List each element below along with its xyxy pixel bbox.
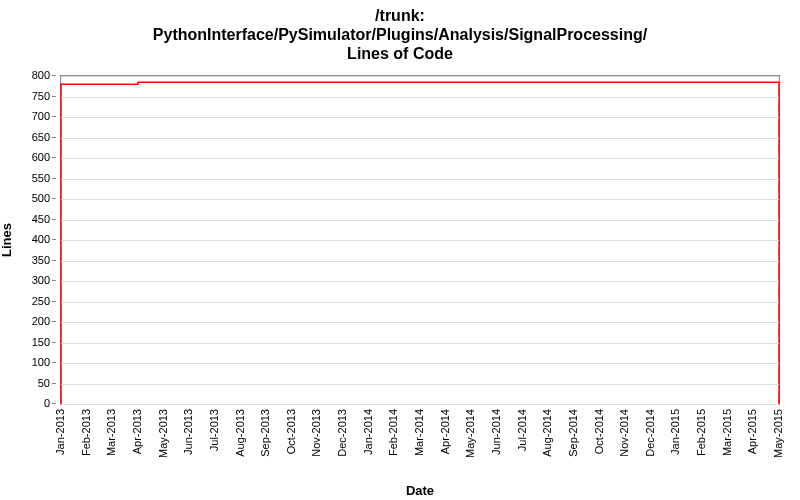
- x-axis-ticks: Jan-2013Feb-2013Mar-2013Apr-2013May-2013…: [60, 405, 780, 475]
- y-tick: 100: [32, 356, 50, 368]
- y-tick: 0: [44, 397, 50, 409]
- x-tick: Mar-2014: [413, 409, 425, 456]
- gridline: [61, 343, 779, 344]
- y-tick: 150: [32, 336, 50, 348]
- x-tick: Oct-2014: [593, 409, 605, 454]
- title-line-1: /trunk:: [0, 6, 800, 25]
- x-tick: Nov-2014: [618, 409, 630, 457]
- x-tick: May-2013: [157, 409, 169, 458]
- x-tick: Jan-2015: [669, 409, 681, 455]
- title-line-3: Lines of Code: [0, 44, 800, 63]
- x-tick: Oct-2013: [285, 409, 297, 454]
- x-tick: Dec-2014: [644, 409, 656, 457]
- x-tick: Feb-2013: [80, 409, 92, 456]
- y-tick: 350: [32, 254, 50, 266]
- title-line-2: PythonInterface/PySimulator/Plugins/Anal…: [0, 25, 800, 44]
- gridline: [61, 302, 779, 303]
- y-tick: 300: [32, 274, 50, 286]
- x-tick: Sep-2013: [259, 409, 271, 457]
- x-tick: Nov-2013: [310, 409, 322, 457]
- gridline: [61, 158, 779, 159]
- x-tick: Apr-2014: [439, 409, 451, 454]
- y-tick: 600: [32, 151, 50, 163]
- gridline: [61, 322, 779, 323]
- y-tick: 50: [38, 377, 50, 389]
- y-tick: 250: [32, 295, 50, 307]
- x-tick: Jan-2014: [362, 409, 374, 455]
- x-tick: Sep-2014: [567, 409, 579, 457]
- chart-title: /trunk: PythonInterface/PySimulator/Plug…: [0, 0, 800, 64]
- x-tick: Aug-2014: [541, 409, 553, 457]
- x-tick: Apr-2015: [746, 409, 758, 454]
- x-tick: Apr-2013: [131, 409, 143, 454]
- gridline: [61, 363, 779, 364]
- y-tick: 400: [32, 233, 50, 245]
- gridline: [61, 76, 779, 77]
- y-tick: 500: [32, 192, 50, 204]
- gridline: [61, 261, 779, 262]
- y-tick: 700: [32, 110, 50, 122]
- loc-chart: /trunk: PythonInterface/PySimulator/Plug…: [0, 0, 800, 500]
- y-tick: 550: [32, 172, 50, 184]
- y-tick: 450: [32, 213, 50, 225]
- x-tick: Jan-2013: [54, 409, 66, 455]
- y-tick: 800: [32, 69, 50, 81]
- gridline: [61, 220, 779, 221]
- gridline: [61, 117, 779, 118]
- x-axis-label: Date: [60, 483, 780, 498]
- x-tick: Jun-2013: [182, 409, 194, 455]
- x-tick: May-2015: [772, 409, 784, 458]
- gridline: [61, 179, 779, 180]
- x-tick: Aug-2013: [234, 409, 246, 457]
- gridline: [61, 240, 779, 241]
- x-tick: Dec-2013: [336, 409, 348, 457]
- y-tick: 200: [32, 315, 50, 327]
- gridline: [61, 199, 779, 200]
- x-tick: Jul-2014: [516, 409, 528, 451]
- y-tick: 750: [32, 90, 50, 102]
- x-tick: Feb-2014: [387, 409, 399, 456]
- x-tick: Mar-2015: [721, 409, 733, 456]
- x-tick: Mar-2013: [105, 409, 117, 456]
- x-tick: May-2014: [464, 409, 476, 458]
- gridline: [61, 384, 779, 385]
- gridline: [61, 97, 779, 98]
- x-tick: Jul-2013: [208, 409, 220, 451]
- series-line: [61, 82, 779, 404]
- gridline: [61, 281, 779, 282]
- plot-area: [60, 75, 780, 405]
- y-tick: 650: [32, 131, 50, 143]
- y-axis-ticks: 0501001502002503003504004505005506006507…: [0, 75, 56, 405]
- gridline: [61, 138, 779, 139]
- x-tick: Jun-2014: [490, 409, 502, 455]
- x-tick: Feb-2015: [695, 409, 707, 456]
